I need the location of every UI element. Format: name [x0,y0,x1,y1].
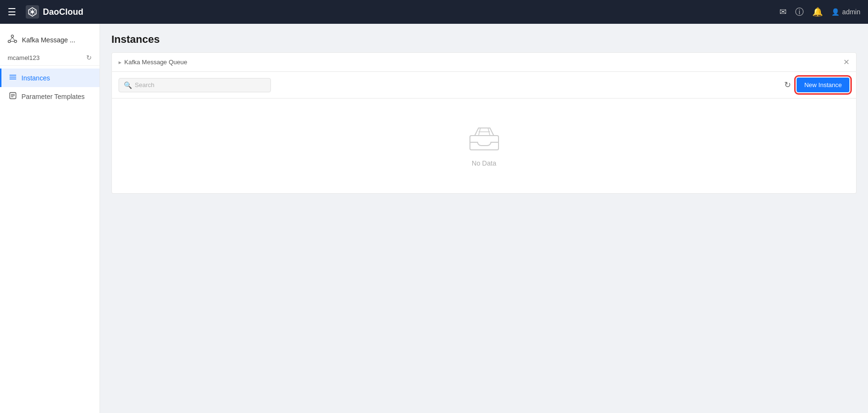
kafka-icon [8,34,17,45]
workspace-name: mcamel123 [8,54,40,61]
hamburger-icon[interactable]: ☰ [8,6,16,18]
notification-icon[interactable]: 🔔 [812,7,823,17]
sidebar-item-parameter-templates[interactable]: Parameter Templates [0,87,100,106]
refresh-button[interactable]: ↻ [784,80,791,90]
topnav: ☰ DaoCloud ✉ ⓘ 🔔 👤 admin [0,0,868,24]
user-label: admin [842,8,860,16]
breadcrumb-close-icon[interactable]: ✕ [843,58,849,67]
breadcrumb-bar: ▸ Kafka Message Queue ✕ [111,52,857,72]
search-wrap: 🔍 [119,78,271,92]
logo: DaoCloud [26,5,83,19]
sidebar-app-name: Kafka Message ... [22,36,75,44]
sidebar-item-param-templates-label: Parameter Templates [21,93,85,100]
user-avatar-icon: 👤 [831,8,839,16]
daocloud-logo-icon [26,5,39,19]
page-title: Instances [111,33,857,46]
svg-line-12 [12,38,15,41]
svg-point-10 [14,40,17,43]
workspace-refresh-icon[interactable]: ↻ [86,54,92,61]
sidebar-item-instances-label: Instances [21,74,50,82]
sidebar-app-item[interactable]: Kafka Message ... [0,30,100,50]
message-icon[interactable]: ✉ [779,7,787,17]
data-area: No Data [111,98,857,194]
layout: Kafka Message ... mcamel123 ↻ Instances [0,24,868,413]
svg-point-1 [31,10,34,13]
logo-text: DaoCloud [43,7,83,17]
svg-line-11 [10,38,12,41]
no-data-label: No Data [472,159,496,167]
search-icon: 🔍 [124,81,132,89]
breadcrumb-label: Kafka Message Queue [124,59,187,66]
main-content: Instances ▸ Kafka Message Queue ✕ 🔍 ↻ Ne… [100,24,868,413]
help-icon[interactable]: ⓘ [795,6,804,18]
user-area[interactable]: 👤 admin [831,8,860,16]
breadcrumb-chevron-icon: ▸ [119,59,121,66]
new-instance-button[interactable]: New Instance [797,78,849,92]
parameter-templates-icon [9,92,17,101]
sidebar-workspace: mcamel123 ↻ [0,50,100,66]
toolbar-actions: ↻ New Instance [784,78,849,92]
toolbar: 🔍 ↻ New Instance [111,72,857,98]
svg-point-9 [8,40,10,43]
sidebar-item-instances[interactable]: Instances [0,69,100,87]
empty-inbox-icon [469,125,499,155]
instances-icon [9,73,17,82]
search-input[interactable] [135,81,266,88]
sidebar: Kafka Message ... mcamel123 ↻ Instances [0,24,100,413]
svg-point-8 [11,35,14,38]
